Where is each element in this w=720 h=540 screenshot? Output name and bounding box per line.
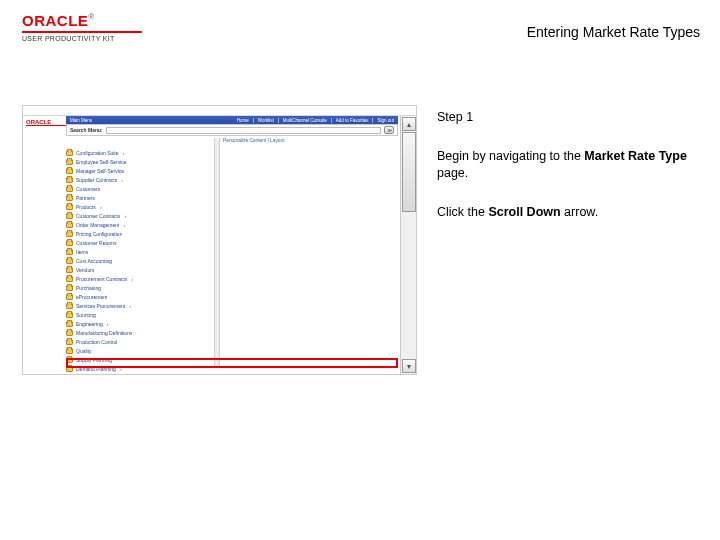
tree-item[interactable]: Demand Planning› bbox=[66, 364, 211, 373]
folder-icon bbox=[66, 357, 73, 363]
instr1-pre: Begin by navigating to the bbox=[437, 149, 584, 163]
search-go-button[interactable]: ≫ bbox=[384, 126, 394, 134]
tree-item-label: Engineering bbox=[76, 321, 103, 327]
folder-icon bbox=[66, 168, 73, 174]
folder-icon bbox=[66, 195, 73, 201]
tree-item[interactable]: Engineering› bbox=[66, 319, 211, 328]
tree-item[interactable]: Order Management› bbox=[66, 220, 211, 229]
tree-item[interactable]: Vendors bbox=[66, 265, 211, 274]
step-label: Step 1 bbox=[437, 109, 698, 126]
folder-icon bbox=[66, 321, 73, 327]
instruction-line-2: Click the Scroll Down arrow. bbox=[437, 204, 698, 221]
nav-home[interactable]: Home bbox=[237, 118, 249, 123]
tree-item-label: Vendors bbox=[76, 267, 94, 273]
tree-item[interactable]: Partners bbox=[66, 193, 211, 202]
tree-item[interactable]: Items bbox=[66, 247, 211, 256]
scroll-up-button[interactable]: ▴ bbox=[402, 117, 416, 131]
folder-icon bbox=[66, 366, 73, 372]
nav-multichannel[interactable]: MultiChannel Console bbox=[283, 118, 327, 123]
tree-item[interactable]: Services Procurement› bbox=[66, 301, 211, 310]
tree-item[interactable]: Customer Contracts› bbox=[66, 211, 211, 220]
tree-item[interactable]: Manager Self-Service bbox=[66, 166, 211, 175]
chevron-right-icon: › bbox=[119, 366, 123, 372]
registered-mark-icon: ® bbox=[88, 12, 94, 21]
scroll-thumb[interactable] bbox=[402, 132, 416, 212]
brand-subtitle: USER PRODUCTIVITY KIT bbox=[22, 35, 142, 42]
brand-divider bbox=[22, 31, 142, 33]
nav-worklist[interactable]: Worklist bbox=[258, 118, 274, 123]
chevron-right-icon: › bbox=[130, 276, 134, 282]
tree-item[interactable]: Customers bbox=[66, 184, 211, 193]
tree-item-label: Products bbox=[76, 204, 96, 210]
instr2-bold: Scroll Down bbox=[488, 205, 560, 219]
tree-item[interactable]: Program Management bbox=[66, 373, 211, 375]
tree-item[interactable]: Quality bbox=[66, 346, 211, 355]
tree-item-label: Items bbox=[76, 249, 88, 255]
instr2-post: arrow. bbox=[561, 205, 599, 219]
folder-icon bbox=[66, 375, 73, 376]
folder-icon bbox=[66, 150, 73, 156]
nav-main-menu[interactable]: Main Menu bbox=[70, 118, 92, 123]
personalize-link[interactable]: Personalize Content | Layout bbox=[223, 138, 285, 143]
tree-item[interactable]: Manufacturing Definitions bbox=[66, 328, 211, 337]
folder-icon bbox=[66, 303, 73, 309]
nav-add-favorites[interactable]: Add to Favorites bbox=[336, 118, 369, 123]
tree-item[interactable]: Configuration Suite› bbox=[66, 148, 211, 157]
tree-item[interactable]: Supplier Contracts› bbox=[66, 175, 211, 184]
menu-tree: Configuration Suite›Employee Self-Servic… bbox=[66, 148, 211, 366]
folder-icon bbox=[66, 240, 73, 246]
tree-item-label: Procurement Contracts bbox=[76, 276, 127, 282]
chevron-right-icon: › bbox=[120, 177, 124, 183]
search-bar: Search Menu: ≫ bbox=[66, 124, 398, 136]
folder-icon bbox=[66, 204, 73, 210]
chevron-right-icon: › bbox=[122, 150, 126, 156]
folder-icon bbox=[66, 267, 73, 273]
tree-item[interactable]: Purchasing bbox=[66, 283, 211, 292]
scroll-down-button[interactable]: ▾ bbox=[402, 359, 416, 373]
search-label: Search Menu: bbox=[70, 127, 103, 133]
tree-item[interactable]: Pricing Configuration bbox=[66, 229, 211, 238]
instr1-bold: Market Rate Type bbox=[584, 149, 687, 163]
chevron-right-icon: › bbox=[106, 321, 110, 327]
tree-item-label: Partners bbox=[76, 195, 95, 201]
tree-item[interactable]: Employee Self-Service bbox=[66, 157, 211, 166]
search-input[interactable] bbox=[106, 127, 381, 134]
tree-item-label: eProcurement bbox=[76, 294, 107, 300]
folder-icon bbox=[66, 348, 73, 354]
app-brand: ORACLE bbox=[26, 119, 66, 126]
tree-item-label: Cost Accounting bbox=[76, 258, 112, 264]
folder-icon bbox=[66, 294, 73, 300]
app-nav-bar: Main Menu Home Worklist MultiChannel Con… bbox=[66, 116, 398, 124]
tree-item-label: Quality bbox=[76, 348, 92, 354]
tree-item[interactable]: Production Control bbox=[66, 337, 211, 346]
splitter-bar[interactable] bbox=[214, 138, 220, 366]
tree-item-label: Pricing Configuration bbox=[76, 231, 122, 237]
tree-item-label: Demand Planning bbox=[76, 366, 116, 372]
tree-item[interactable]: Sourcing bbox=[66, 310, 211, 319]
tree-item[interactable]: Customer Returns bbox=[66, 238, 211, 247]
tree-item-label: Supply Planning bbox=[76, 357, 112, 363]
folder-icon bbox=[66, 339, 73, 345]
folder-icon bbox=[66, 231, 73, 237]
tree-item[interactable]: Products› bbox=[66, 202, 211, 211]
tree-item[interactable]: Procurement Contracts› bbox=[66, 274, 211, 283]
chevron-right-icon: › bbox=[128, 303, 132, 309]
folder-icon bbox=[66, 276, 73, 282]
main-content: ORACLE Main Menu Home Worklist MultiChan… bbox=[22, 105, 706, 375]
nav-sign-out[interactable]: Sign out bbox=[377, 118, 394, 123]
folder-icon bbox=[66, 177, 73, 183]
tree-item-label: Production Control bbox=[76, 339, 117, 345]
tree-item-label: Manager Self-Service bbox=[76, 168, 124, 174]
tree-item[interactable]: eProcurement bbox=[66, 292, 211, 301]
tree-item-label: Sourcing bbox=[76, 312, 96, 318]
tree-item-label: Configuration Suite bbox=[76, 150, 119, 156]
chevron-right-icon: › bbox=[122, 222, 126, 228]
chevron-right-icon: › bbox=[123, 213, 127, 219]
tree-item-label: Supplier Contracts bbox=[76, 177, 117, 183]
window-topbar bbox=[23, 106, 416, 116]
tree-item[interactable]: Supply Planning bbox=[66, 355, 211, 364]
tree-item[interactable]: Cost Accounting bbox=[66, 256, 211, 265]
document-title: Entering Market Rate Types bbox=[527, 24, 700, 40]
instruction-panel: Step 1 Begin by navigating to the Market… bbox=[429, 105, 706, 375]
tree-item-label: Customer Contracts bbox=[76, 213, 120, 219]
